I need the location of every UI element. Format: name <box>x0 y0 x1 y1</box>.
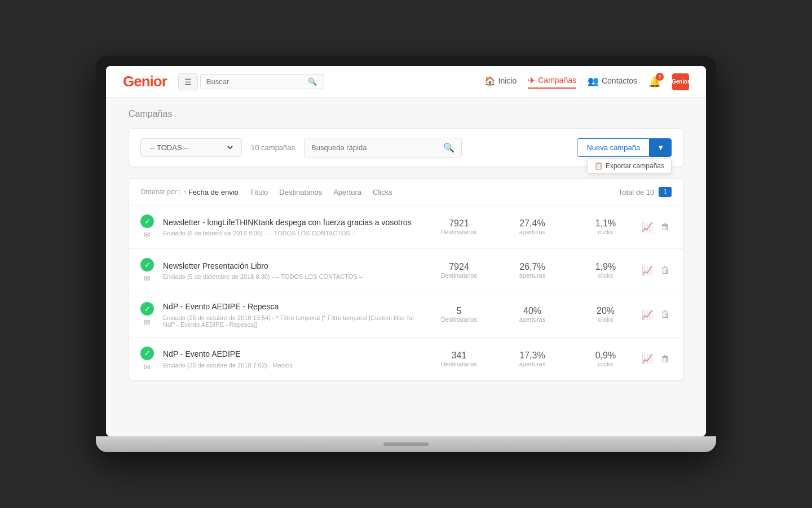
delete-icon-2[interactable]: 🗑 <box>659 264 672 277</box>
stat-number-dest-1: 7921 <box>434 218 484 229</box>
campaign-subtitle-1: Enviado (6 de febrero de 2019 8:00) - --… <box>163 230 425 237</box>
chart-icon-3[interactable]: 📈 <box>640 308 655 322</box>
email-icon: ✉ <box>144 362 151 371</box>
sort-col-apertura-label: Apertura <box>333 188 361 196</box>
table-row: ✓ ✉ NdP - Evento AEDIPE Enviado (25 de o… <box>129 338 683 380</box>
table-row: ✓ ✉ NdP - Evento AEDIPE - Repesca Enviad… <box>129 292 683 338</box>
campaign-stats-1: 7921 Destinatarios 27,4% aperturas 1,1% … <box>434 218 631 235</box>
menu-button[interactable]: ☰ <box>178 73 198 90</box>
campaign-title-2[interactable]: Newsletter Presentación Libro <box>163 261 425 272</box>
campaign-actions-1: 📈 🗑 <box>640 220 672 234</box>
home-icon: 🏠 <box>484 76 496 86</box>
stat-apertura-4: 17,3% aperturas <box>507 351 558 367</box>
search-input[interactable] <box>206 77 308 86</box>
chart-icon-4[interactable]: 📈 <box>640 352 655 366</box>
campaign-title-4[interactable]: NdP - Evento AEDIPE <box>163 349 425 360</box>
campaign-subtitle-3: Enviado (25 de octubre de 2018 13:54) - … <box>163 314 425 328</box>
page-content: Campañas -- TODAS -- 10 campañas 🔍 Nueva… <box>106 98 706 436</box>
search-quick-icon: 🔍 <box>443 142 454 153</box>
stat-clicks-2: 1,9% clicks <box>580 262 631 279</box>
stat-label-clicks-4: clicks <box>580 361 631 367</box>
notifications-badge: 2 <box>656 73 664 81</box>
stat-number-aper-1: 27,4% <box>507 218 558 229</box>
stat-apertura-3: 40% aperturas <box>507 306 558 323</box>
nav-link-inicio[interactable]: 🏠 Inicio <box>484 76 517 88</box>
email-icon: ✉ <box>144 230 151 239</box>
notifications-button[interactable]: 🔔 2 <box>648 76 661 88</box>
campaign-title-1[interactable]: Newsletter - longLifeTHINKtank despega c… <box>163 217 425 229</box>
sort-col-apertura[interactable]: Apertura <box>333 188 361 196</box>
sort-label: Ordenar por : <box>140 188 180 196</box>
sort-col-fecha[interactable]: ↑ Fecha de envio <box>183 188 238 196</box>
chart-icon-1[interactable]: 📈 <box>640 220 655 234</box>
delete-icon-3[interactable]: 🗑 <box>659 308 672 321</box>
email-icon: ✉ <box>144 274 151 283</box>
stat-number-aper-3: 40% <box>507 306 558 316</box>
delete-icon-1[interactable]: 🗑 <box>659 220 672 234</box>
stat-number-clicks-2: 1,9% <box>580 262 631 272</box>
stat-label-dest-4: Destinatarios <box>434 361 484 367</box>
sort-col-titulo[interactable]: Título <box>250 188 268 196</box>
filter-bar: -- TODAS -- 10 campañas 🔍 Nueva campaña … <box>129 128 683 167</box>
filter-select[interactable]: -- TODAS -- <box>140 138 242 157</box>
quick-search-box: 🔍 <box>304 138 462 157</box>
export-dropdown[interactable]: 📋 Exportar campañas <box>587 158 672 174</box>
new-campaign-button[interactable]: Nueva campaña <box>577 138 650 157</box>
user-avatar[interactable]: Genior <box>672 73 689 90</box>
status-check-icon: ✓ <box>140 302 154 316</box>
quick-search-input[interactable] <box>311 143 443 152</box>
table-row: ✓ ✉ Newsletter - longLifeTHINKtank despe… <box>129 205 683 249</box>
table-header: Ordenar por : ↑ Fecha de envio Título De… <box>129 179 683 205</box>
campaign-subtitle-4: Enviado (25 de octubre de 2018 7:02) - M… <box>163 362 425 369</box>
stat-number-clicks-3: 20% <box>580 306 631 316</box>
stat-number-aper-4: 17,3% <box>507 351 558 361</box>
status-check-icon: ✓ <box>140 214 154 228</box>
laptop-notch <box>383 443 429 446</box>
status-check-icon: ✓ <box>140 347 154 360</box>
campaign-status-2: ✓ ✉ <box>140 258 154 283</box>
stat-number-clicks-4: 0,9% <box>580 351 631 361</box>
stat-destinatarios-3: 5 Destinatarios <box>434 306 484 323</box>
stat-label-dest-1: Destinatarios <box>434 229 484 235</box>
campaign-stats-3: 5 Destinatarios 40% aperturas 20% clicks <box>434 306 631 323</box>
total-count: Total de 10 <box>619 188 655 196</box>
stat-label-aper-1: aperturas <box>507 229 558 235</box>
campaign-actions-3: 📈 🗑 <box>640 308 672 322</box>
nav-link-campanas[interactable]: ✈ Campañas <box>528 75 576 89</box>
campaign-status-3: ✓ ✉ <box>140 302 154 327</box>
navbar: Genior ☰ 🔍 🏠 Inicio ✈ Campañas 👥 Contact… <box>106 66 706 98</box>
stat-apertura-2: 26,7% aperturas <box>507 262 558 279</box>
stat-destinatarios-4: 341 Destinatarios <box>434 351 484 367</box>
new-campaign-dropdown-button[interactable]: ▼ <box>650 138 672 157</box>
campaign-info-1: Newsletter - longLifeTHINKtank despega c… <box>163 217 425 237</box>
page-number[interactable]: 1 <box>659 187 672 197</box>
campaign-stats-4: 341 Destinatarios 17,3% aperturas 0,9% c… <box>434 351 631 367</box>
stat-clicks-4: 0,9% clicks <box>580 351 631 367</box>
delete-icon-4[interactable]: 🗑 <box>659 352 672 366</box>
nav-link-campanas-label: Campañas <box>538 76 576 85</box>
campaign-info-2: Newsletter Presentación Libro Enviado (5… <box>163 261 425 281</box>
sort-col-clicks[interactable]: Clicks <box>373 188 392 196</box>
table-row: ✓ ✉ Newsletter Presentación Libro Enviad… <box>129 249 683 292</box>
nav-link-inicio-label: Inicio <box>498 76 517 85</box>
campaign-title-3[interactable]: NdP - Evento AEDIPE - Repesca <box>163 301 425 313</box>
stat-label-dest-2: Destinatarios <box>434 272 484 279</box>
stat-number-dest-4: 341 <box>434 351 484 361</box>
campaign-status-1: ✓ ✉ <box>140 214 154 239</box>
stat-clicks-1: 1,1% clicks <box>580 218 631 235</box>
sort-col-destinatarios-label: Destinatarios <box>279 188 322 196</box>
nav-links: 🏠 Inicio ✈ Campañas 👥 Contactos 🔔 2 Geni… <box>484 73 689 90</box>
table-pagination: Total de 10 1 <box>619 187 672 197</box>
sort-col-destinatarios[interactable]: Destinatarios <box>279 188 322 196</box>
chart-icon-2[interactable]: 📈 <box>640 264 655 278</box>
campaign-count: 10 campañas <box>251 143 295 152</box>
filter-dropdown[interactable]: -- TODAS -- <box>148 143 235 152</box>
export-label: Exportar campañas <box>606 162 664 170</box>
stat-label-aper-2: aperturas <box>507 272 558 279</box>
sort-col-fecha-label: Fecha de envio <box>188 188 239 196</box>
stat-label-clicks-3: clicks <box>580 316 631 323</box>
campaign-info-4: NdP - Evento AEDIPE Enviado (25 de octub… <box>163 349 425 369</box>
stat-label-dest-3: Destinatarios <box>434 316 484 323</box>
stat-apertura-1: 27,4% aperturas <box>507 218 558 235</box>
nav-link-contactos[interactable]: 👥 Contactos <box>588 76 637 88</box>
